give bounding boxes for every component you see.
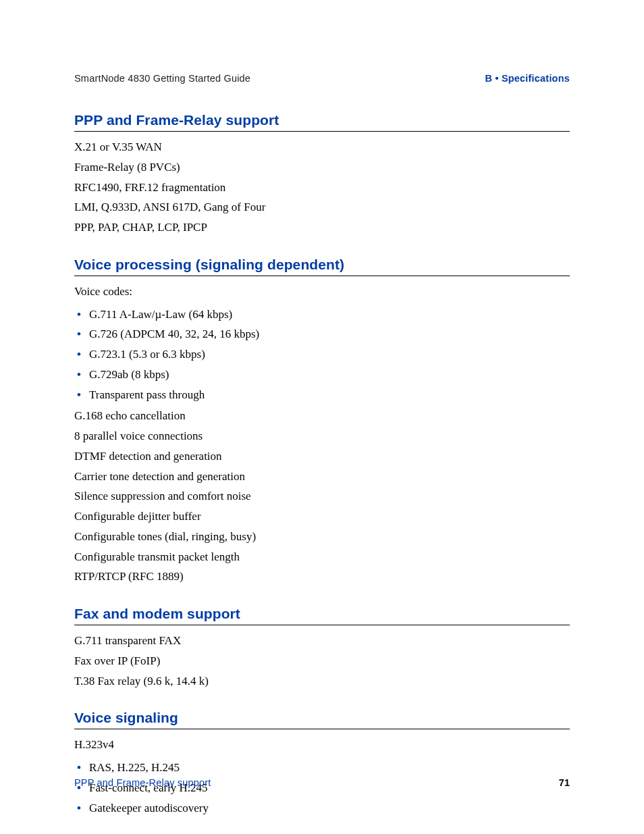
body-text: RTP/RTCP (RFC 1889) [74, 567, 570, 587]
body-text: Silence suppression and comfort noise [74, 486, 570, 506]
page-footer: PPP and Frame-Relay support 71 [74, 777, 570, 788]
bullet-list: G.711 A-Law/µ-Law (64 kbps) G.726 (ADPCM… [74, 305, 570, 405]
page-number: 71 [559, 777, 570, 788]
header-guide-title: SmartNode 4830 Getting Started Guide [74, 73, 250, 84]
list-item: G.723.1 (5.3 or 6.3 kbps) [74, 344, 570, 365]
document-page: SmartNode 4830 Getting Started Guide B •… [0, 0, 644, 834]
body-text: Voice codes: [74, 282, 570, 302]
body-text: Frame-Relay (8 PVCs) [74, 157, 570, 178]
list-item: G.726 (ADPCM 40, 32, 24, 16 kbps) [74, 324, 570, 344]
body-text: DTMF detection and generation [74, 446, 570, 467]
list-item: Gatekeeper autodiscovery [74, 798, 570, 818]
list-item: G.729ab (8 kbps) [74, 365, 570, 385]
body-text: G.168 echo cancellation [74, 406, 570, 426]
body-text: 8 parallel voice connections [74, 426, 570, 446]
body-text: H.323v4 [74, 735, 570, 755]
body-text: Fax over IP (FoIP) [74, 651, 570, 671]
body-text: Configurable tones (dial, ringing, busy) [74, 527, 570, 547]
section-heading-voice-processing: Voice processing (signaling dependent) [74, 257, 570, 276]
section-heading-voice-signaling: Voice signaling [74, 710, 570, 729]
body-text: PPP, PAP, CHAP, LCP, IPCP [74, 217, 570, 238]
body-text: LMI, Q.933D, ANSI 617D, Gang of Four [74, 197, 570, 217]
footer-section-title: PPP and Frame-Relay support [74, 777, 211, 788]
section-heading-fax-modem: Fax and modem support [74, 606, 570, 625]
page-header: SmartNode 4830 Getting Started Guide B •… [74, 73, 570, 84]
section-heading-ppp: PPP and Frame-Relay support [74, 112, 570, 132]
body-text: T.38 Fax relay (9.6 k, 14.4 k) [74, 671, 570, 692]
body-text: Carrier tone detection and generation [74, 467, 570, 487]
body-text: Configurable transmit packet length [74, 547, 570, 567]
list-item: RAS, H.225, H.245 [74, 758, 570, 778]
body-text: X.21 or V.35 WAN [74, 137, 570, 157]
body-text: RFC1490, FRF.12 fragmentation [74, 178, 570, 198]
body-text: G.711 transparent FAX [74, 631, 570, 651]
list-item: Transparent pass through [74, 385, 570, 405]
list-item: G.711 A-Law/µ-Law (64 kbps) [74, 305, 570, 325]
header-section-label: B • Specifications [485, 73, 570, 84]
body-text: Configurable dejitter buffer [74, 506, 570, 527]
